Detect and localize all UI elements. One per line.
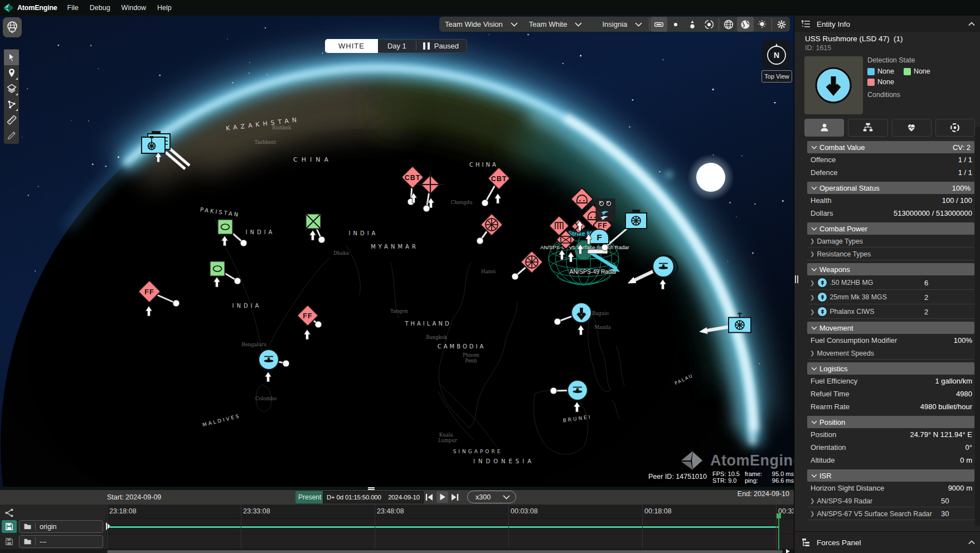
entity-icon-box[interactable] bbox=[804, 56, 863, 114]
scroll-arrow-icon[interactable] bbox=[786, 549, 790, 553]
detection-value-2: None bbox=[877, 78, 894, 86]
section-operational-status[interactable]: Operational Status100% bbox=[807, 182, 974, 194]
waypoint-button[interactable] bbox=[684, 17, 701, 32]
city-label-lumpur: Lumpur bbox=[438, 438, 458, 443]
panel-resize-grip[interactable] bbox=[794, 273, 798, 285]
row--50-m2hb-mg[interactable]: ❯.50 M2HB MG6 bbox=[807, 275, 974, 290]
section-isr[interactable]: ISR bbox=[807, 469, 974, 482]
team-white-button[interactable]: WHITE bbox=[325, 39, 378, 53]
top-view-button[interactable]: Top View bbox=[761, 70, 792, 83]
svg-text:F: F bbox=[596, 232, 601, 242]
menu-file[interactable]: File bbox=[62, 4, 84, 12]
map-label-cambodia-9: CAMBODIA bbox=[438, 343, 486, 350]
record-button[interactable] bbox=[701, 17, 717, 32]
pause-icon[interactable] bbox=[423, 42, 430, 50]
radar-label-0: AN/SPS-67 V5 Surface Search Radar bbox=[540, 244, 629, 250]
timeline-scroll-thumb[interactable] bbox=[107, 550, 783, 553]
globe-view-button[interactable] bbox=[3, 17, 22, 37]
speed-chevron-icon bbox=[503, 495, 510, 499]
globe-grid-icon bbox=[722, 18, 735, 31]
settings-button[interactable] bbox=[773, 17, 790, 32]
timeline-scrollbar[interactable] bbox=[107, 550, 794, 553]
section-combat-value[interactable]: Combat ValueCV: 2 bbox=[807, 141, 974, 153]
svg-text:FF: FF bbox=[144, 288, 154, 296]
track-name-field[interactable]: --- bbox=[19, 535, 103, 548]
row-resistance-types[interactable]: ❯Resistance Types bbox=[807, 248, 974, 260]
city-label-bishkek: Bishkek bbox=[272, 125, 292, 130]
svg-text:FF: FF bbox=[598, 222, 607, 230]
globe-viewport[interactable]: KAZAKHSTANCHINACHINAPAKISTANINDIAINDIAIN… bbox=[0, 16, 794, 487]
section-logistics[interactable]: Logistics bbox=[807, 362, 974, 375]
save-track-button[interactable] bbox=[2, 535, 17, 548]
layers-tool-button[interactable] bbox=[4, 81, 19, 96]
earth-button[interactable] bbox=[737, 17, 754, 32]
row-movement-speeds[interactable]: ❯Movement Speeds bbox=[807, 347, 974, 360]
track-name-field[interactable]: origin bbox=[19, 520, 103, 533]
row-25mm-mk-38-mgs[interactable]: ❯25mm Mk 38 MGS2 bbox=[807, 290, 974, 304]
keyboard-button[interactable] bbox=[651, 17, 667, 32]
section-weapons[interactable]: Weapons bbox=[807, 263, 974, 275]
play-button[interactable] bbox=[436, 491, 448, 503]
day-button[interactable]: Day 1 bbox=[378, 42, 416, 50]
top-toolbar: Team Wide VisionTeam WhiteInsignia bbox=[439, 17, 790, 32]
present-button[interactable]: Present bbox=[295, 491, 324, 503]
row-phalanx-ciws[interactable]: ❯Phalanx CIWS2 bbox=[807, 304, 974, 319]
detection-swatch-2 bbox=[867, 79, 875, 86]
polygon-tool-button[interactable] bbox=[4, 96, 19, 112]
select-tool-button[interactable] bbox=[4, 50, 19, 65]
moon bbox=[696, 163, 725, 192]
forces-collapse-chevron-icon[interactable] bbox=[968, 540, 975, 545]
end-marker[interactable] bbox=[776, 513, 781, 518]
city-label-chengdu: Chengdu bbox=[451, 200, 473, 205]
speed-dropdown[interactable]: x300 bbox=[467, 491, 516, 503]
row-damage-types[interactable]: ❯Damage Types bbox=[807, 235, 974, 248]
draw-tool-button[interactable] bbox=[4, 128, 19, 143]
info-tab-button[interactable] bbox=[804, 119, 844, 137]
track-row----[interactable]: --- bbox=[0, 534, 794, 549]
compass[interactable]: N bbox=[762, 40, 791, 69]
row-offence: Offence1 / 1 bbox=[807, 153, 974, 166]
section-position[interactable]: Position bbox=[807, 416, 974, 428]
map-label-china-1: CHINA bbox=[293, 156, 332, 163]
city-label-dhaka: Dhaka bbox=[333, 250, 349, 256]
dropdown-team-white[interactable]: Team White bbox=[523, 20, 597, 28]
app-logo-icon bbox=[3, 2, 16, 13]
track-header----: --- bbox=[0, 534, 106, 549]
timeline-ruler[interactable]: 23:18:0823:33:0823:48:0800:03:0800:18:08… bbox=[0, 505, 794, 519]
entity-info-header[interactable]: Entity Info bbox=[794, 16, 980, 32]
menu-help[interactable]: Help bbox=[152, 4, 177, 12]
row-an-sps-49-radar[interactable]: ❯AN/SPS-49 Radar50 bbox=[807, 494, 974, 507]
map-label-india-4: INDIA bbox=[246, 229, 275, 235]
section-combat-power[interactable]: Combat Power bbox=[807, 222, 974, 235]
panel-scrollbar[interactable] bbox=[975, 127, 980, 526]
skip-forward-button[interactable] bbox=[450, 493, 459, 502]
skip-back-button[interactable] bbox=[425, 493, 434, 502]
save-icon bbox=[5, 537, 13, 546]
dot-button[interactable] bbox=[667, 17, 684, 32]
row-rearm-rate: Rearm Rate4980 bullet/hour bbox=[807, 400, 974, 413]
health-tab-button[interactable] bbox=[892, 119, 932, 137]
light-button[interactable] bbox=[754, 17, 770, 32]
origin-track-line bbox=[109, 526, 779, 528]
row-health: Health100 / 100 bbox=[807, 194, 974, 207]
city-label-tashkent: Tashkent bbox=[255, 139, 277, 145]
save-track-button[interactable] bbox=[2, 520, 17, 533]
entity-sections: Combat ValueCV: 2Offence1 / 1Defence1 / … bbox=[807, 141, 974, 520]
globe-grid-button[interactable] bbox=[720, 17, 737, 32]
section-movement[interactable]: Movement bbox=[807, 322, 974, 334]
unit-cluster-dome[interactable]: F bbox=[590, 229, 609, 244]
menu-window[interactable]: Window bbox=[116, 4, 152, 12]
row-an-sps-67-v5-surface-search-radar[interactable]: ❯AN/SPS-67 V5 Surface Search Radar30 bbox=[807, 507, 974, 520]
org-tab-button[interactable] bbox=[848, 119, 887, 137]
menu-debug[interactable]: Debug bbox=[84, 4, 116, 12]
track-row-origin[interactable]: origin bbox=[0, 519, 794, 534]
forces-panel-header[interactable]: Forces Panel bbox=[794, 531, 980, 553]
dropdown-team-wide-vision[interactable]: Team Wide Vision bbox=[439, 20, 523, 28]
dropdown-insignia[interactable]: Insignia bbox=[596, 20, 648, 28]
place-tool-button[interactable] bbox=[4, 65, 19, 81]
current-time-field[interactable]: D+ 0d 01:15:50.0002024-09-10 bbox=[323, 491, 424, 503]
unit-cluster-idbox[interactable] bbox=[596, 199, 615, 221]
measure-tool-button[interactable] bbox=[4, 112, 19, 128]
economy-tab-button[interactable] bbox=[935, 119, 975, 137]
collapse-chevron-icon[interactable] bbox=[968, 22, 975, 26]
